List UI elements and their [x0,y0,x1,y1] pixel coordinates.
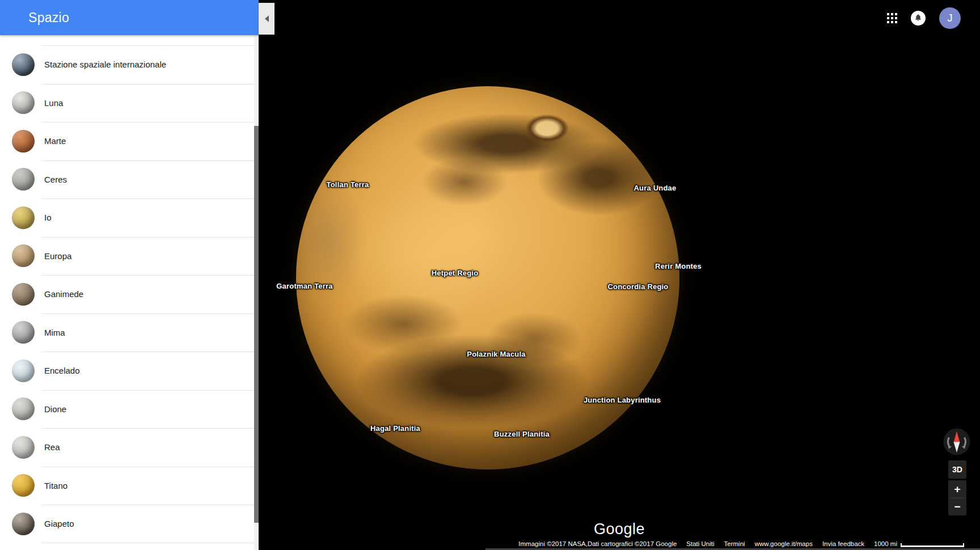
page-title: Spazio [28,10,69,26]
scale-label: 1000 mi [874,540,897,547]
celestial-name: Rea [44,442,60,452]
map-data-attribution: Immagini ©2017 NASA,Dati cartografici ©2… [518,540,677,547]
celestial-name: Stazione spaziale internazionale [44,60,166,69]
maps-url-link[interactable]: www.google.it/maps [755,540,813,547]
celestial-thumbnail [12,244,35,267]
celestial-thumbnail [12,474,35,497]
sidebar-list-item[interactable]: Marte [0,122,254,160]
sidebar-list-item[interactable]: Stazione spaziale internazionale [0,45,254,84]
google-logo[interactable]: Google [594,521,645,538]
celestial-thumbnail [12,283,35,306]
terms-link[interactable]: Termini [724,540,745,547]
celestial-thumbnail [12,53,35,76]
planet-titan-globe[interactable] [296,86,679,469]
top-right-bar: J [887,0,980,36]
celestial-name: Giapeto [44,519,74,528]
celestial-thumbnail [12,130,35,153]
sidebar-list-item[interactable]: Dione [0,390,254,429]
celestial-name: Encelado [44,366,80,375]
sidebar-list-item[interactable]: Ganimede [0,275,254,314]
map-canvas[interactable]: Tollan Terra Aura Undae Rerir Montes Het… [259,0,980,550]
notifications-bell-icon [914,14,923,23]
celestial-name: Ganimede [44,289,83,299]
sidebar-list-item[interactable]: Titano [0,467,254,505]
sidebar-list-item[interactable]: Mima [0,314,254,352]
celestial-thumbnail [12,359,35,382]
sidebar: Spazio Stazione spaziale internazionale … [0,0,259,550]
sidebar-list-item[interactable]: Ceres [0,160,254,199]
sidebar-list-item[interactable]: Io [0,198,254,237]
sidebar-scrollbar-thumb[interactable] [254,126,259,523]
notifications-button[interactable] [911,11,926,26]
sidebar-list-item[interactable]: Encelado [0,352,254,390]
apps-grid-icon[interactable] [887,13,897,23]
avatar-letter: J [948,12,953,24]
celestial-thumbnail [12,91,35,114]
celestial-name: Marte [44,136,66,146]
sidebar-list-item[interactable]: Europa [0,237,254,276]
celestial-thumbnail [12,436,35,459]
zoom-control: + − [948,480,966,515]
celestial-name: Mima [44,328,65,337]
sidebar-list-item[interactable]: Rea [0,428,254,467]
attribution-bar: Immagini ©2017 NASA,Dati cartografici ©2… [518,540,964,547]
celestial-thumbnail [12,397,35,420]
scale-control[interactable]: 1000 mi [874,540,964,547]
celestial-list: Stazione spaziale internazionale Luna Ma… [0,45,254,543]
celestial-name: Europa [44,251,71,261]
collapse-arrow-icon [265,15,269,22]
celestial-thumbnail [12,513,35,535]
compass-control[interactable] [942,427,971,456]
celestial-name: Titano [44,481,67,490]
celestial-thumbnail [12,168,35,191]
send-feedback-link[interactable]: Invia feedback [822,540,864,547]
google-maps-space-app: Tollan Terra Aura Undae Rerir Montes Het… [0,0,980,550]
celestial-name: Io [44,213,52,222]
scale-bar [901,543,964,547]
sidebar-scrollbar-track [254,35,259,550]
celestial-name: Dione [44,404,66,414]
sidebar-list-item[interactable]: Luna [0,84,254,122]
sidebar-list-item[interactable]: Giapeto [0,505,254,543]
celestial-name: Ceres [44,175,67,184]
zoom-out-button[interactable]: − [948,498,966,516]
zoom-in-button[interactable]: + [948,480,966,498]
account-avatar[interactable]: J [939,7,961,29]
celestial-name: Luna [44,98,63,108]
sidebar-collapse-button[interactable] [259,3,274,35]
sidebar-header: Spazio [0,0,259,35]
celestial-thumbnail [12,206,35,229]
region-link[interactable]: Stati Uniti [686,540,714,547]
3d-toggle-button[interactable]: 3D [948,460,966,479]
celestial-thumbnail [12,321,35,344]
